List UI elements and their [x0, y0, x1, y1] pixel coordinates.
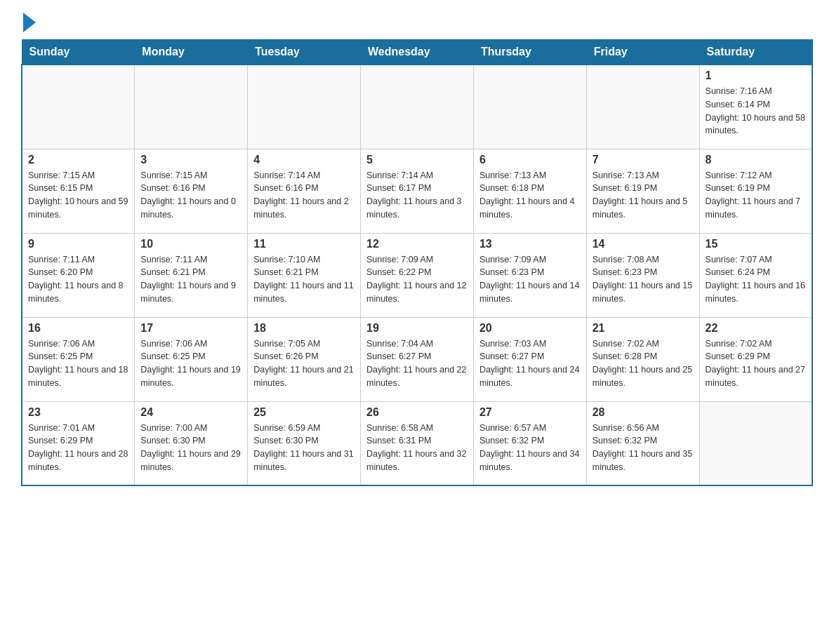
calendar-cell: 28Sunrise: 6:56 AMSunset: 6:32 PMDayligh… [586, 401, 699, 485]
day-number: 2 [28, 154, 128, 166]
week-row-4: 16Sunrise: 7:06 AMSunset: 6:25 PMDayligh… [22, 317, 812, 401]
column-header-monday: Monday [135, 40, 248, 65]
calendar-cell: 25Sunrise: 6:59 AMSunset: 6:30 PMDayligh… [248, 401, 361, 485]
column-header-thursday: Thursday [473, 40, 586, 65]
column-header-tuesday: Tuesday [248, 40, 361, 65]
day-info: Sunrise: 7:06 AMSunset: 6:25 PMDaylight:… [140, 337, 241, 390]
day-info: Sunrise: 7:14 AMSunset: 6:16 PMDaylight:… [253, 169, 355, 222]
day-number: 8 [706, 154, 806, 166]
day-number: 22 [706, 322, 806, 335]
day-number: 5 [366, 154, 468, 166]
day-info: Sunrise: 7:13 AMSunset: 6:18 PMDaylight:… [479, 169, 581, 222]
calendar-cell: 20Sunrise: 7:03 AMSunset: 6:27 PMDayligh… [473, 317, 586, 401]
day-number: 28 [593, 406, 694, 419]
calendar-cell: 10Sunrise: 7:11 AMSunset: 6:21 PMDayligh… [135, 233, 248, 317]
calendar-cell: 4Sunrise: 7:14 AMSunset: 6:16 PMDaylight… [248, 149, 361, 233]
day-number: 1 [706, 69, 806, 82]
day-info: Sunrise: 7:09 AMSunset: 6:23 PMDaylight:… [479, 253, 581, 306]
day-number: 14 [593, 238, 694, 250]
calendar-cell: 16Sunrise: 7:06 AMSunset: 6:25 PMDayligh… [22, 317, 135, 401]
calendar-cell: 13Sunrise: 7:09 AMSunset: 6:23 PMDayligh… [473, 233, 586, 317]
calendar-cell [22, 65, 135, 149]
calendar-cell: 5Sunrise: 7:14 AMSunset: 6:17 PMDaylight… [361, 149, 474, 233]
calendar-header-row: SundayMondayTuesdayWednesdayThursdayFrid… [22, 40, 812, 65]
logo-arrow-icon [23, 13, 36, 32]
logo [21, 14, 36, 32]
day-info: Sunrise: 7:05 AMSunset: 6:26 PMDaylight:… [253, 337, 355, 390]
day-number: 16 [28, 322, 128, 335]
calendar-cell: 27Sunrise: 6:57 AMSunset: 6:32 PMDayligh… [473, 401, 586, 485]
day-number: 19 [366, 322, 468, 335]
day-info: Sunrise: 7:07 AMSunset: 6:24 PMDaylight:… [706, 253, 806, 306]
day-info: Sunrise: 7:12 AMSunset: 6:19 PMDaylight:… [706, 169, 806, 222]
calendar-cell: 6Sunrise: 7:13 AMSunset: 6:18 PMDaylight… [473, 149, 586, 233]
day-number: 7 [593, 154, 694, 166]
calendar-table: SundayMondayTuesdayWednesdayThursdayFrid… [21, 39, 813, 486]
day-info: Sunrise: 7:15 AMSunset: 6:15 PMDaylight:… [28, 169, 128, 222]
day-info: Sunrise: 7:11 AMSunset: 6:21 PMDaylight:… [140, 253, 241, 306]
day-number: 24 [140, 406, 241, 419]
column-header-wednesday: Wednesday [361, 40, 474, 65]
week-row-3: 9Sunrise: 7:11 AMSunset: 6:20 PMDaylight… [22, 233, 812, 317]
calendar-cell [586, 65, 699, 149]
day-number: 9 [28, 238, 128, 250]
day-info: Sunrise: 7:01 AMSunset: 6:29 PMDaylight:… [28, 422, 128, 474]
day-number: 13 [479, 238, 581, 250]
day-number: 11 [253, 238, 355, 250]
calendar-cell: 26Sunrise: 6:58 AMSunset: 6:31 PMDayligh… [361, 401, 474, 485]
day-info: Sunrise: 7:04 AMSunset: 6:27 PMDaylight:… [366, 337, 468, 390]
day-number: 10 [140, 238, 241, 250]
day-info: Sunrise: 6:58 AMSunset: 6:31 PMDaylight:… [366, 422, 468, 474]
day-info: Sunrise: 7:10 AMSunset: 6:21 PMDaylight:… [253, 253, 355, 306]
day-info: Sunrise: 7:15 AMSunset: 6:16 PMDaylight:… [140, 169, 241, 222]
calendar-cell: 3Sunrise: 7:15 AMSunset: 6:16 PMDaylight… [135, 149, 248, 233]
day-number: 27 [479, 406, 581, 419]
calendar-cell: 7Sunrise: 7:13 AMSunset: 6:19 PMDaylight… [586, 149, 699, 233]
calendar-cell: 21Sunrise: 7:02 AMSunset: 6:28 PMDayligh… [586, 317, 699, 401]
day-number: 4 [253, 154, 355, 166]
day-info: Sunrise: 7:08 AMSunset: 6:23 PMDaylight:… [593, 253, 694, 306]
calendar-cell: 24Sunrise: 7:00 AMSunset: 6:30 PMDayligh… [135, 401, 248, 485]
calendar-cell: 23Sunrise: 7:01 AMSunset: 6:29 PMDayligh… [22, 401, 135, 485]
calendar-cell: 18Sunrise: 7:05 AMSunset: 6:26 PMDayligh… [248, 317, 361, 401]
day-number: 18 [253, 322, 355, 335]
calendar-cell: 14Sunrise: 7:08 AMSunset: 6:23 PMDayligh… [586, 233, 699, 317]
day-number: 23 [28, 406, 128, 419]
day-number: 21 [593, 322, 694, 335]
day-number: 25 [253, 406, 355, 419]
calendar-cell: 8Sunrise: 7:12 AMSunset: 6:19 PMDaylight… [699, 149, 812, 233]
day-number: 3 [140, 154, 241, 166]
day-info: Sunrise: 7:02 AMSunset: 6:29 PMDaylight:… [706, 337, 806, 390]
day-info: Sunrise: 7:14 AMSunset: 6:17 PMDaylight:… [366, 169, 468, 222]
day-number: 20 [479, 322, 581, 335]
calendar-cell: 12Sunrise: 7:09 AMSunset: 6:22 PMDayligh… [361, 233, 474, 317]
day-number: 15 [706, 238, 806, 250]
calendar-cell: 15Sunrise: 7:07 AMSunset: 6:24 PMDayligh… [699, 233, 812, 317]
day-number: 17 [140, 322, 241, 335]
day-info: Sunrise: 6:56 AMSunset: 6:32 PMDaylight:… [593, 422, 694, 474]
day-number: 6 [479, 154, 581, 166]
day-number: 12 [366, 238, 468, 250]
calendar-cell: 2Sunrise: 7:15 AMSunset: 6:15 PMDaylight… [22, 149, 135, 233]
calendar-cell [699, 401, 812, 485]
calendar-cell: 19Sunrise: 7:04 AMSunset: 6:27 PMDayligh… [361, 317, 474, 401]
column-header-sunday: Sunday [22, 40, 135, 65]
day-info: Sunrise: 7:00 AMSunset: 6:30 PMDaylight:… [140, 422, 241, 474]
calendar-cell [135, 65, 248, 149]
day-info: Sunrise: 6:57 AMSunset: 6:32 PMDaylight:… [479, 422, 581, 474]
calendar-cell [248, 65, 361, 149]
day-number: 26 [366, 406, 468, 419]
day-info: Sunrise: 7:02 AMSunset: 6:28 PMDaylight:… [593, 337, 694, 390]
calendar-cell [473, 65, 586, 149]
calendar-cell: 9Sunrise: 7:11 AMSunset: 6:20 PMDaylight… [22, 233, 135, 317]
week-row-5: 23Sunrise: 7:01 AMSunset: 6:29 PMDayligh… [22, 401, 812, 485]
day-info: Sunrise: 7:11 AMSunset: 6:20 PMDaylight:… [28, 253, 128, 306]
calendar-cell: 11Sunrise: 7:10 AMSunset: 6:21 PMDayligh… [248, 233, 361, 317]
calendar-cell: 22Sunrise: 7:02 AMSunset: 6:29 PMDayligh… [699, 317, 812, 401]
calendar-cell: 17Sunrise: 7:06 AMSunset: 6:25 PMDayligh… [135, 317, 248, 401]
column-header-saturday: Saturday [699, 40, 812, 65]
day-info: Sunrise: 7:16 AMSunset: 6:14 PMDaylight:… [706, 85, 806, 137]
column-header-friday: Friday [586, 40, 699, 65]
calendar-cell [361, 65, 474, 149]
week-row-1: 1Sunrise: 7:16 AMSunset: 6:14 PMDaylight… [22, 65, 812, 149]
